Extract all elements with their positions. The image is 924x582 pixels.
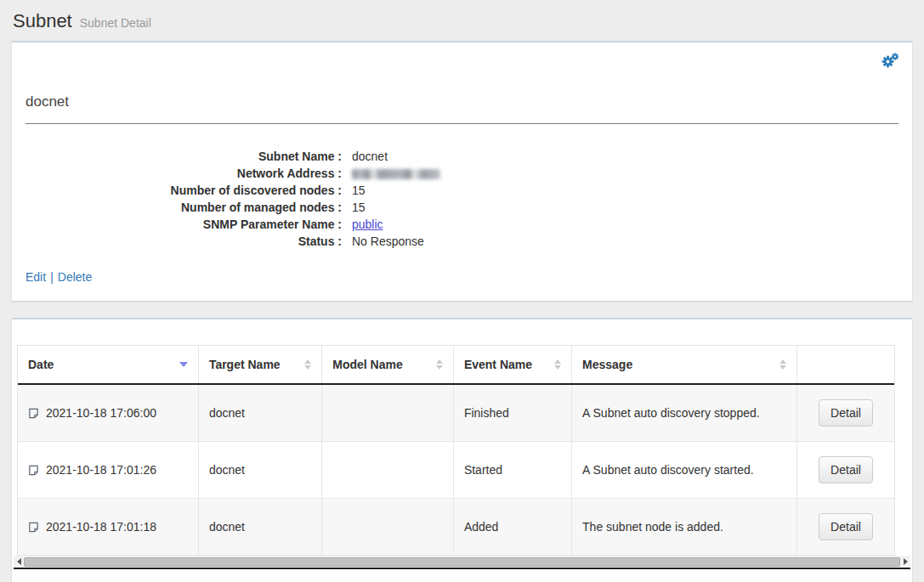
- page-subtitle: Subnet Detail: [80, 16, 151, 30]
- page-title: Subnet: [13, 10, 72, 31]
- heading-divider: [26, 123, 898, 124]
- column-label: Target Name: [209, 358, 281, 371]
- table-row: 2021-10-18 17:01:18 docnet Added The sub…: [18, 499, 894, 556]
- card-toolbar: [26, 53, 898, 71]
- column-label: Date: [28, 358, 54, 371]
- cell-date: 2021-10-18 17:01:18: [18, 499, 198, 556]
- column-label: Model Name: [332, 358, 402, 371]
- cell-date: 2021-10-18 17:06:00: [18, 384, 198, 442]
- cell-message: A Subnet auto discovery started.: [572, 442, 797, 499]
- sort-carets-icon: [436, 359, 443, 370]
- cell-event-name: Added: [453, 499, 571, 556]
- sort-carets-icon: [779, 359, 786, 370]
- events-card: Date Target Name Model Name Event Name M: [12, 318, 912, 582]
- column-header-model-name[interactable]: Model Name: [322, 346, 454, 384]
- events-table: Date Target Name Model Name Event Name M: [17, 345, 895, 556]
- delete-link[interactable]: Delete: [58, 270, 92, 284]
- cell-date: 2021-10-18 17:01:26: [18, 442, 198, 499]
- date-text: 2021-10-18 17:01:18: [46, 520, 156, 534]
- column-header-target-name[interactable]: Target Name: [198, 346, 321, 384]
- pagination: First Previous 1 Next Last: [12, 569, 912, 582]
- table-header-row: Date Target Name Model Name Event Name M: [18, 346, 894, 384]
- cell-target-name: docnet: [198, 442, 321, 499]
- cell-message: A Subnet auto discovery stopped.: [572, 384, 797, 442]
- action-separator: |: [50, 270, 54, 284]
- field-label: Network Address :: [26, 165, 342, 182]
- subnet-detail-card: docnet Subnet Name : docnet Network Addr…: [12, 41, 912, 301]
- subnet-heading: docnet: [26, 93, 898, 110]
- note-icon: [28, 465, 39, 476]
- cell-model-name: [322, 499, 454, 556]
- cell-message: The subnet node is added.: [572, 499, 797, 556]
- field-subnet-name: Subnet Name : docnet: [26, 148, 898, 165]
- detail-button[interactable]: Detail: [819, 399, 873, 427]
- page: SubnetSubnet Detail: [0, 0, 924, 582]
- detail-button[interactable]: Detail: [819, 456, 873, 483]
- edit-link[interactable]: Edit: [26, 270, 46, 284]
- field-value: docnet: [352, 148, 388, 165]
- card-actions: Edit|Delete: [26, 270, 898, 284]
- field-discovered-nodes: Number of discovered nodes : 15: [26, 182, 898, 199]
- network-address-redacted-value: [352, 169, 440, 179]
- scroll-left-icon[interactable]: [14, 558, 24, 565]
- cell-model-name: [322, 384, 454, 442]
- column-header-event-name[interactable]: Event Name: [453, 346, 571, 384]
- cell-action: Detail: [797, 384, 894, 442]
- cell-event-name: Finished: [453, 384, 571, 442]
- scrollbar-thumb[interactable]: [24, 557, 900, 567]
- field-status: Status : No Response: [26, 233, 898, 250]
- cell-model-name: [322, 442, 454, 499]
- column-header-date[interactable]: Date: [18, 346, 198, 384]
- field-label: SNMP Parameter Name :: [26, 216, 342, 233]
- field-value: 15: [352, 199, 366, 216]
- cell-target-name: docnet: [198, 384, 321, 442]
- settings-cogs-icon[interactable]: [881, 53, 898, 68]
- field-snmp-parameter: SNMP Parameter Name : public: [26, 216, 898, 233]
- field-label: Status :: [26, 233, 342, 250]
- note-icon: [28, 408, 39, 419]
- field-label: Number of discovered nodes :: [26, 182, 342, 199]
- snmp-parameter-link[interactable]: public: [352, 218, 383, 231]
- note-icon: [28, 522, 39, 533]
- table-row: 2021-10-18 17:01:26 docnet Started A Sub…: [18, 442, 894, 499]
- column-header-message[interactable]: Message: [572, 346, 797, 384]
- sort-carets-icon: [304, 359, 311, 370]
- sort-descending-icon: [179, 362, 188, 367]
- cell-action: Detail: [797, 442, 894, 499]
- field-network-address: Network Address :: [26, 165, 898, 182]
- column-label: Message: [582, 358, 632, 371]
- subnet-fields: Subnet Name : docnet Network Address : N…: [26, 148, 898, 250]
- cell-event-name: Started: [453, 442, 571, 499]
- detail-button[interactable]: Detail: [819, 513, 873, 540]
- column-label: Event Name: [464, 358, 532, 371]
- status-value: No Response: [352, 233, 424, 250]
- horizontal-scrollbar[interactable]: [14, 556, 910, 569]
- cell-target-name: docnet: [198, 499, 321, 556]
- field-label: Subnet Name :: [26, 148, 342, 165]
- field-label: Number of managed nodes :: [26, 199, 342, 216]
- date-text: 2021-10-18 17:06:00: [46, 406, 156, 420]
- page-header: SubnetSubnet Detail: [0, 0, 924, 41]
- cell-action: Detail: [797, 499, 894, 556]
- table-row: 2021-10-18 17:06:00 docnet Finished A Su…: [18, 384, 894, 442]
- field-value: [352, 165, 440, 182]
- field-value: 15: [352, 182, 366, 199]
- field-value: public: [352, 216, 383, 233]
- scroll-right-icon[interactable]: [900, 558, 910, 565]
- date-text: 2021-10-18 17:01:26: [46, 463, 156, 477]
- field-managed-nodes: Number of managed nodes : 15: [26, 199, 898, 216]
- column-header-actions: [797, 346, 894, 384]
- sort-carets-icon: [554, 359, 561, 370]
